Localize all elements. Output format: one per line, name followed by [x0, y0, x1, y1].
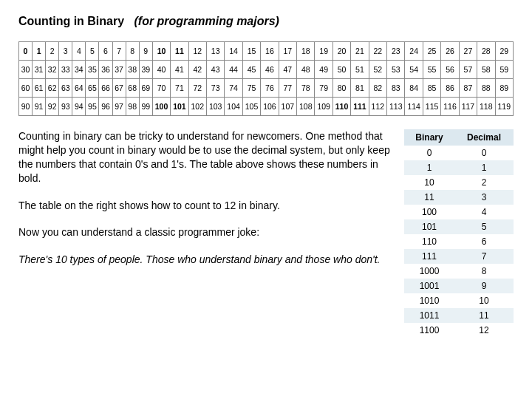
grid-cell: 75 [242, 79, 260, 98]
title-secondary [128, 15, 131, 27]
grid-cell: 93 [59, 98, 72, 116]
grid-cell: 86 [441, 79, 459, 98]
grid-cell: 49 [315, 61, 332, 79]
grid-cell: 16 [261, 42, 279, 61]
grid-cell: 109 [315, 98, 332, 116]
grid-cell: 61 [33, 79, 46, 98]
conv-cell-decimal: 3 [454, 190, 514, 205]
grid-cell: 116 [441, 98, 459, 116]
grid-cell: 19 [315, 42, 332, 61]
grid-cell: 108 [297, 98, 315, 116]
conv-cell-decimal: 7 [454, 249, 514, 264]
grid-cell: 97 [112, 98, 126, 116]
grid-cell: 4 [72, 42, 86, 61]
grid-cell: 66 [99, 79, 112, 98]
conversion-table: Binary Decimal 0011102113100410151106111… [404, 129, 514, 338]
grid-cell: 100 [152, 98, 170, 116]
grid-cell: 73 [207, 79, 225, 98]
grid-cell: 80 [332, 79, 350, 98]
conv-cell-decimal: 8 [454, 264, 514, 279]
grid-cell: 63 [59, 79, 72, 98]
grid-cell: 53 [387, 61, 405, 79]
grid-cell: 24 [405, 42, 423, 61]
grid-cell: 37 [112, 61, 126, 79]
grid-cell: 67 [112, 79, 126, 98]
conv-cell-binary: 111 [404, 249, 454, 264]
grid-cell: 43 [207, 61, 225, 79]
grid-cell: 114 [405, 98, 423, 116]
grid-cell: 89 [495, 79, 514, 98]
grid-cell: 98 [126, 98, 139, 116]
page-title: Counting in Binary (for programming majo… [18, 15, 514, 28]
grid-cell: 30 [19, 61, 33, 79]
grid-cell: 57 [459, 61, 477, 79]
grid-cell: 27 [459, 42, 477, 61]
grid-cell: 36 [99, 61, 112, 79]
grid-cell: 112 [369, 98, 386, 116]
grid-cell: 23 [387, 42, 405, 61]
grid-cell: 5 [86, 42, 99, 61]
grid-cell: 70 [152, 79, 170, 98]
number-grid: 0123456789101112131415161718192021222324… [18, 41, 514, 116]
title-subtitle: (for programming majors) [134, 15, 279, 27]
grid-cell: 79 [315, 79, 332, 98]
grid-cell: 101 [171, 98, 188, 116]
grid-cell: 72 [188, 79, 206, 98]
grid-cell: 60 [19, 79, 33, 98]
grid-cell: 34 [72, 61, 86, 79]
conv-cell-decimal: 4 [454, 205, 514, 219]
grid-cell: 119 [495, 98, 514, 116]
grid-cell: 0 [19, 42, 33, 61]
grid-cell: 91 [33, 98, 46, 116]
grid-cell: 15 [242, 42, 260, 61]
grid-cell: 90 [19, 98, 33, 116]
grid-cell: 44 [225, 61, 242, 79]
conv-cell-decimal: 11 [454, 308, 514, 323]
conv-cell-decimal: 10 [454, 293, 514, 308]
grid-cell: 118 [477, 98, 495, 116]
content-section: Counting in binary can be tricky to unde… [18, 129, 514, 338]
grid-cell: 99 [139, 98, 152, 116]
grid-cell: 29 [495, 42, 514, 61]
conv-cell-decimal: 2 [454, 175, 514, 190]
grid-cell: 48 [297, 61, 315, 79]
conv-cell-decimal: 9 [454, 279, 514, 293]
conv-cell-binary: 1000 [404, 264, 454, 279]
grid-cell: 69 [139, 79, 152, 98]
grid-cell: 55 [423, 61, 440, 79]
paragraph-3: Now you can understand a classic program… [18, 225, 394, 239]
grid-cell: 54 [405, 61, 423, 79]
grid-cell: 50 [332, 61, 350, 79]
grid-cell: 25 [423, 42, 440, 61]
grid-cell: 102 [188, 98, 206, 116]
conv-cell-decimal: 6 [454, 234, 514, 249]
grid-cell: 76 [261, 79, 279, 98]
grid-cell: 22 [369, 42, 386, 61]
grid-cell: 2 [46, 42, 59, 61]
conv-cell-binary: 1010 [404, 293, 454, 308]
grid-cell: 77 [279, 79, 296, 98]
grid-cell: 62 [46, 79, 59, 98]
grid-cell: 7 [112, 42, 126, 61]
grid-cell: 71 [171, 79, 188, 98]
grid-cell: 9 [139, 42, 152, 61]
paragraph-1: Counting in binary can be tricky to unde… [18, 129, 394, 185]
grid-cell: 94 [72, 98, 86, 116]
grid-cell: 35 [86, 61, 99, 79]
grid-cell: 110 [332, 98, 350, 116]
grid-cell: 78 [297, 79, 315, 98]
title-main: Counting in Binary [18, 15, 124, 27]
grid-cell: 88 [477, 79, 495, 98]
grid-cell: 51 [351, 61, 369, 79]
grid-cell: 40 [152, 61, 170, 79]
paragraph-2: The table on the right shows how to coun… [18, 199, 394, 213]
grid-cell: 117 [459, 98, 477, 116]
conv-cell-binary: 1001 [404, 279, 454, 293]
grid-cell: 3 [59, 42, 72, 61]
grid-cell: 39 [139, 61, 152, 79]
grid-cell: 11 [171, 42, 188, 61]
grid-cell: 28 [477, 42, 495, 61]
grid-cell: 64 [72, 79, 86, 98]
grid-cell: 106 [261, 98, 279, 116]
conv-cell-binary: 1 [404, 160, 454, 175]
